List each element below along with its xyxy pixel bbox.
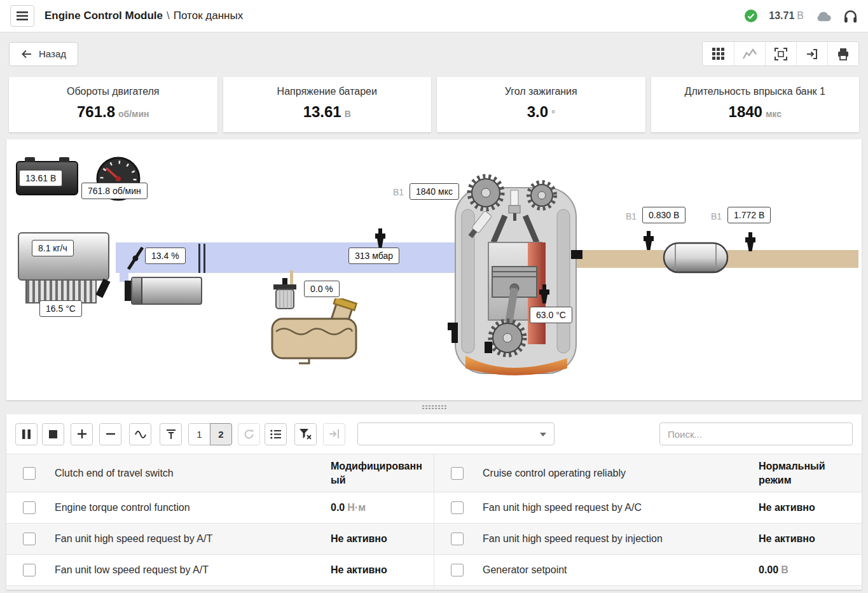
engine-rpm-label: 761.8 об/мин [81, 183, 148, 199]
cloud-sync-icon[interactable] [815, 10, 832, 22]
o2-sensor-1-icon [642, 231, 655, 251]
print-button[interactable] [827, 42, 858, 66]
page-title: Engine Control Module\Поток данных [45, 10, 243, 22]
stop-button[interactable] [42, 423, 64, 445]
metric-value: 761.8об/мин [14, 103, 212, 121]
plus-icon [77, 429, 87, 439]
list-button[interactable] [265, 423, 287, 445]
row-checkbox[interactable] [451, 501, 464, 514]
app-window: Engine Control Module\Поток данных 13.71… [0, 0, 868, 593]
parameters-table: Clutch end of travel switch Модифицирова… [6, 454, 862, 590]
export-row-button[interactable] [323, 423, 345, 445]
metric-card-battery: Напряжение батареи 13.61В [223, 77, 432, 132]
catalytic-converter-icon [660, 241, 731, 274]
grid-icon [712, 48, 724, 60]
idle-valve-connector-icon [125, 281, 131, 301]
purge-duty-label: 0.0 % [304, 281, 340, 297]
row-checkbox[interactable] [451, 467, 464, 480]
page-switch: 1 2 [188, 423, 232, 445]
row-value: 0.0Н·м [331, 501, 426, 515]
intake-temp-sensor-icon [95, 279, 110, 298]
import-button[interactable] [796, 42, 827, 66]
row-checkbox[interactable] [23, 467, 36, 480]
metric-title: Обороты двигателя [14, 86, 212, 97]
sub-toolbar: Назад [0, 32, 868, 66]
row-value: Не активно [331, 563, 426, 577]
injection-bank-tag: B1 [393, 187, 404, 197]
support-headset-icon[interactable] [843, 10, 858, 23]
throttle-mark [198, 244, 200, 273]
fit-view-button[interactable] [765, 42, 796, 66]
row-checkbox[interactable] [451, 564, 464, 576]
page-2-button[interactable]: 2 [210, 423, 232, 445]
idle-actuator-icon [131, 277, 202, 305]
chart-view-button[interactable] [734, 42, 765, 66]
table-right-column: Cruise control operating reliably Нормал… [434, 454, 862, 590]
refresh-icon [244, 429, 254, 440]
search-input[interactable] [659, 422, 853, 445]
coolant-temp-label: 63.0 °С [530, 307, 572, 323]
connection-ok-icon [745, 10, 757, 22]
row-value: Не активно [759, 532, 854, 546]
table-row: Generator setpoint 0.00В [434, 555, 862, 586]
splitter-grip[interactable] [422, 405, 447, 410]
row-label: Clutch end of travel switch [55, 468, 331, 479]
back-arrow-icon [21, 49, 32, 59]
o2-sensor-1-bank-tag: B1 [626, 211, 637, 221]
row-label: Fan unit high speed request by injection [483, 533, 759, 545]
o2-sensor-2-voltage-label: 1.772 В [727, 207, 771, 223]
intake-temp-label: 16.5 °С [39, 300, 82, 317]
parameter-select[interactable] [357, 422, 555, 445]
metric-title: Длительность впрыска банк 1 [656, 86, 855, 97]
back-label: Назад [39, 48, 66, 59]
top-bar: Engine Control Module\Поток данных 13.71… [0, 0, 868, 32]
view-buttons-group [702, 41, 859, 66]
table-row: Fan unit high speed request by injection… [434, 524, 862, 555]
page-1-button[interactable]: 1 [188, 423, 210, 445]
table-toolbar: 1 2 [6, 414, 862, 454]
engine-diagram-panel: 13.61 В 761.8 об/мин 8.1 кг/ч 16.5 °С 13… [6, 139, 862, 400]
metric-title: Угол зажигания [442, 86, 640, 97]
wave-mode-button[interactable] [129, 423, 151, 445]
refresh-button[interactable] [238, 423, 260, 445]
list-icon [270, 429, 281, 439]
hamburger-menu-button[interactable] [10, 5, 34, 27]
back-button[interactable]: Назад [9, 42, 78, 66]
table-left-column: Clutch end of travel switch Модифицирова… [6, 454, 434, 590]
row-checkbox[interactable] [23, 501, 36, 514]
row-checkbox[interactable] [23, 564, 36, 576]
o2-sensor-1-voltage-label: 0.830 В [642, 207, 685, 223]
row-label: Cruise control operating reliably [483, 468, 759, 479]
row-checkbox[interactable] [23, 533, 36, 545]
injection-duration-label: 1840 мкс [410, 183, 459, 200]
row-label: Engine torque control function [55, 502, 331, 513]
throttle-valve-icon [125, 244, 146, 273]
clear-filter-button[interactable] [294, 423, 317, 445]
throttle-position-label: 13.4 % [145, 248, 186, 264]
autoscale-button[interactable] [160, 423, 182, 445]
row-label: Fan unit low speed request by A/T [55, 564, 331, 576]
system-voltage: 13.71В [769, 10, 804, 22]
manifold-pressure-label: 313 мбар [348, 248, 399, 264]
stop-icon [49, 430, 57, 438]
import-icon [806, 48, 818, 60]
metric-card-ignition: Угол зажигания 3.0° [437, 77, 645, 132]
grid-view-button[interactable] [703, 42, 734, 66]
table-row: Fan unit low speed request by A/T Не акт… [6, 555, 434, 586]
pause-icon [22, 429, 31, 439]
table-row: Fan unit high speed request by A/C Не ак… [434, 492, 862, 524]
row-checkbox[interactable] [451, 533, 464, 545]
battery-voltage-label: 13.61 В [19, 170, 62, 186]
row-value: Модифицированный [331, 459, 426, 487]
engine-illustration [446, 171, 585, 384]
panel-splitter [0, 400, 868, 414]
row-value: Не активно [331, 532, 426, 546]
line-chart-icon [743, 48, 757, 60]
metric-value: 13.61В [228, 103, 427, 121]
chevron-down-icon [540, 433, 546, 436]
pause-button[interactable] [15, 423, 38, 445]
throttle-mark [203, 244, 205, 273]
add-button[interactable] [71, 423, 93, 445]
remove-button[interactable] [99, 423, 121, 445]
row-value: Нормальный режим [759, 459, 854, 487]
